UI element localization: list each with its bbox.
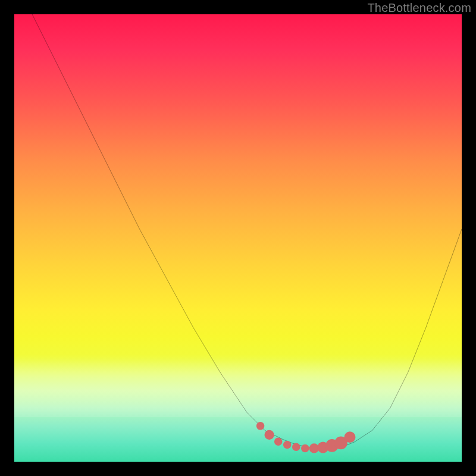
curve-markers-group — [256, 422, 356, 453]
chart-frame: TheBottleneck.com — [0, 0, 476, 476]
curve-marker — [292, 443, 300, 451]
curve-marker — [283, 441, 292, 449]
curve-marker — [274, 437, 283, 446]
curve-marker — [265, 430, 274, 440]
watermark-text: TheBottleneck.com — [367, 1, 471, 15]
bottleneck-curve — [32, 14, 462, 448]
curve-marker — [301, 444, 309, 453]
chart-svg — [14, 14, 462, 462]
chart-plot-area — [14, 14, 462, 462]
curve-marker — [345, 431, 356, 443]
curve-marker — [256, 422, 265, 430]
